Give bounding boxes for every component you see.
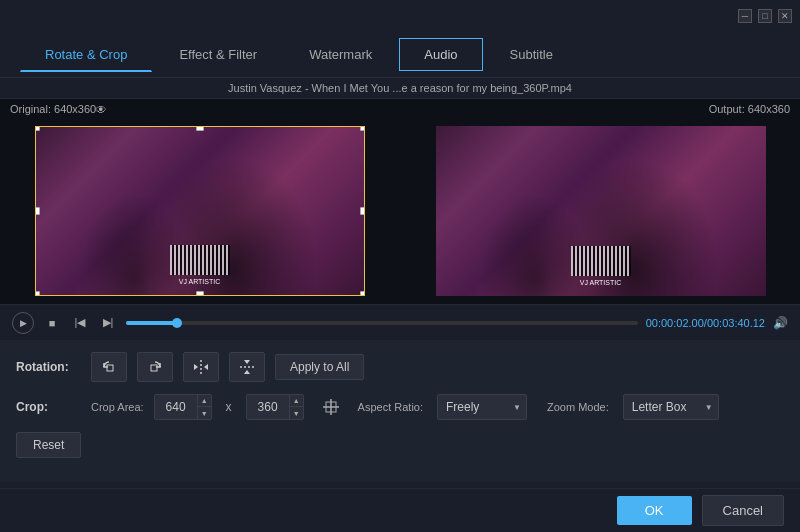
original-label: Original: 640x360 <box>10 103 96 115</box>
svg-marker-4 <box>204 364 208 370</box>
handle-mr[interactable] <box>360 207 365 215</box>
filename-text: Justin Vasquez - When I Met You ...e a r… <box>228 82 572 94</box>
tab-audio[interactable]: Audio <box>399 38 482 71</box>
reset-button[interactable]: Reset <box>16 432 81 458</box>
flip-horizontal-button[interactable] <box>183 352 219 382</box>
bottom-bar: OK Cancel <box>0 488 800 532</box>
filename-bar: Justin Vasquez - When I Met You ...e a r… <box>0 78 800 99</box>
reset-row: Reset <box>16 432 784 458</box>
crop-width-group: ▲ ▼ <box>154 394 212 420</box>
progress-track[interactable] <box>126 321 638 325</box>
original-video-frame: VJ ARTISTIC <box>35 126 365 296</box>
current-time: 00:00:02.00 <box>646 317 704 329</box>
aspect-ratio-dropdown[interactable]: Freely 16:9 4:3 1:1 <box>437 394 527 420</box>
next-frame-button[interactable]: ▶| <box>98 313 118 333</box>
progress-fill <box>126 321 177 325</box>
preview-right: Output: 640x360 VJ ARTISTIC <box>401 99 800 304</box>
aspect-ratio-dropdown-wrap: Freely 16:9 4:3 1:1 <box>437 394 527 420</box>
minimize-button[interactable]: ─ <box>738 9 752 23</box>
total-time: 00:03:40.12 <box>707 317 765 329</box>
preview-left: Original: 640x360 👁 VJ ARTISTIC <box>0 99 399 304</box>
tab-rotate-crop[interactable]: Rotate & Crop <box>20 38 152 72</box>
crop-height-input[interactable] <box>247 395 289 419</box>
playback-bar: ▶ ■ |◀ ▶| 00:00:02.00/00:03:40.12 🔊 <box>0 304 800 340</box>
rotation-row: Rotation: <box>16 352 784 382</box>
handle-tl[interactable] <box>35 126 40 131</box>
tab-effect-filter[interactable]: Effect & Filter <box>154 38 282 71</box>
tab-watermark[interactable]: Watermark <box>284 38 397 71</box>
ok-button[interactable]: OK <box>617 496 692 525</box>
x-separator: x <box>226 400 232 414</box>
barcode-right <box>571 246 631 276</box>
play-button[interactable]: ▶ <box>12 312 34 334</box>
crop-height-up[interactable]: ▲ <box>290 395 303 407</box>
barcode-left <box>170 245 230 275</box>
output-video-frame: VJ ARTISTIC <box>436 126 766 296</box>
rotate-right-button[interactable] <box>137 352 173 382</box>
aspect-ratio-label: Aspect Ratio: <box>358 401 423 413</box>
crop-row: Crop: Crop Area: ▲ ▼ x ▲ ▼ Aspect Ratio: <box>16 394 784 420</box>
handle-tm[interactable] <box>196 126 204 131</box>
eye-icon[interactable]: 👁 <box>95 103 107 117</box>
crop-height-group: ▲ ▼ <box>246 394 304 420</box>
handle-tr[interactable] <box>360 126 365 131</box>
preview-area: Original: 640x360 👁 VJ ARTISTIC Output: … <box>0 99 800 304</box>
handle-bm[interactable] <box>196 291 204 296</box>
time-display: 00:00:02.00/00:03:40.12 <box>646 317 765 329</box>
progress-thumb[interactable] <box>172 318 182 328</box>
svg-marker-3 <box>194 364 198 370</box>
crosshair-icon[interactable] <box>320 396 342 418</box>
crop-width-spinners: ▲ ▼ <box>197 395 211 419</box>
svg-rect-1 <box>151 365 157 371</box>
barcode-text-left: VJ ARTISTIC <box>179 278 221 285</box>
barcode-text-right: VJ ARTISTIC <box>580 279 622 286</box>
flip-vertical-button[interactable] <box>229 352 265 382</box>
crop-height-down[interactable]: ▼ <box>290 407 303 419</box>
tab-bar: Rotate & Crop Effect & Filter Watermark … <box>0 32 800 78</box>
crop-width-down[interactable]: ▼ <box>198 407 211 419</box>
maximize-button[interactable]: □ <box>758 9 772 23</box>
volume-icon[interactable]: 🔊 <box>773 316 788 330</box>
svg-rect-0 <box>107 365 113 371</box>
output-label: Output: 640x360 <box>709 103 790 115</box>
rotate-left-button[interactable] <box>91 352 127 382</box>
tab-subtitle[interactable]: Subtitle <box>485 38 578 71</box>
zoom-mode-dropdown-wrap: Letter Box Pan & Scan Full <box>623 394 719 420</box>
handle-ml[interactable] <box>35 207 40 215</box>
crop-label: Crop: <box>16 400 81 414</box>
prev-frame-button[interactable]: |◀ <box>70 313 90 333</box>
crop-area-label: Crop Area: <box>91 401 144 413</box>
zoom-mode-label: Zoom Mode: <box>547 401 609 413</box>
handle-br[interactable] <box>360 291 365 296</box>
stop-button[interactable]: ■ <box>42 313 62 333</box>
crop-width-up[interactable]: ▲ <box>198 395 211 407</box>
controls-panel: Rotation: <box>0 340 800 482</box>
svg-marker-7 <box>244 370 250 374</box>
close-button[interactable]: ✕ <box>778 9 792 23</box>
crop-height-spinners: ▲ ▼ <box>289 395 303 419</box>
apply-all-button[interactable]: Apply to All <box>275 354 364 380</box>
handle-bl[interactable] <box>35 291 40 296</box>
zoom-mode-dropdown[interactable]: Letter Box Pan & Scan Full <box>623 394 719 420</box>
svg-marker-6 <box>244 360 250 364</box>
rotation-label: Rotation: <box>16 360 81 374</box>
title-bar: ─ □ ✕ <box>0 0 800 32</box>
crop-width-input[interactable] <box>155 395 197 419</box>
cancel-button[interactable]: Cancel <box>702 495 784 526</box>
